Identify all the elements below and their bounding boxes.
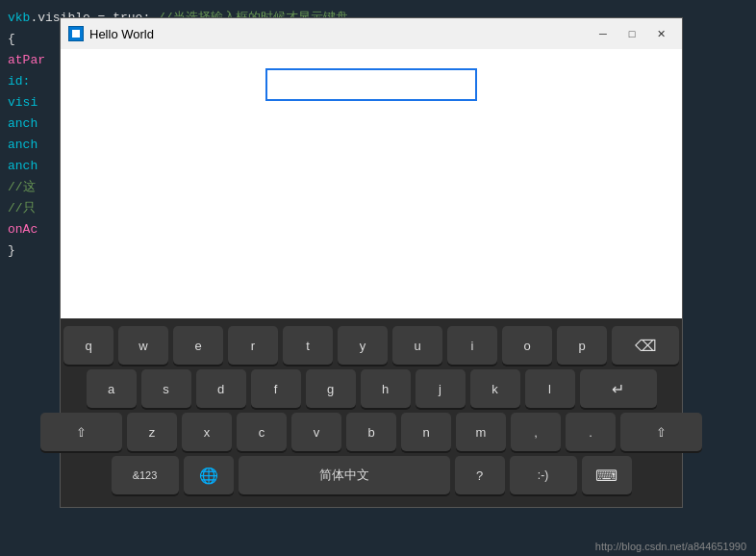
close-button[interactable]: ✕ — [647, 24, 674, 43]
code-text: anch — [8, 135, 38, 156]
key-l[interactable]: l — [525, 369, 575, 408]
key-k[interactable]: k — [470, 369, 520, 408]
window-controls: ─ □ ✕ — [590, 24, 674, 43]
virtual-keyboard: q w e r t y u i o p ⌫ a s d f g h j k l … — [61, 318, 682, 507]
key-f[interactable]: f — [251, 369, 301, 408]
code-text: } — [8, 240, 15, 262]
keyboard-row-1: q w e r t y u i o p ⌫ — [66, 326, 676, 365]
minimize-button[interactable]: ─ — [590, 24, 617, 43]
key-m[interactable]: m — [456, 413, 506, 451]
key-o[interactable]: o — [502, 326, 552, 365]
key-w[interactable]: w — [118, 326, 168, 365]
window-icon-inner — [71, 29, 81, 38]
key-x[interactable]: x — [182, 413, 232, 451]
num-sym-key[interactable]: &123 — [112, 456, 179, 494]
code-text: onAc — [8, 219, 38, 240]
main-text-input[interactable] — [265, 68, 477, 101]
key-j[interactable]: j — [416, 369, 466, 408]
key-n[interactable]: n — [401, 413, 451, 451]
key-z[interactable]: z — [127, 413, 177, 451]
footer-link: http://blog.csdn.net/a844651990 — [595, 541, 746, 552]
key-a[interactable]: a — [87, 369, 137, 408]
code-text: visi — [8, 92, 38, 114]
bottom-bar: http://blog.csdn.net/a844651990 — [0, 537, 756, 556]
code-text: //这 — [8, 177, 36, 198]
key-u[interactable]: u — [392, 326, 442, 365]
key-period[interactable]: . — [566, 413, 616, 451]
window-titlebar: Hello World ─ □ ✕ — [61, 18, 682, 49]
shift-right-key[interactable]: ⇧ — [620, 413, 702, 451]
key-b[interactable]: b — [346, 413, 396, 451]
keyboard-row-3: ⇧ z x c v b n m , . ⇧ — [66, 413, 676, 451]
code-text: anch — [8, 114, 38, 135]
window-title: Hello World — [89, 27, 584, 41]
emoji-key[interactable]: :-) — [510, 456, 577, 494]
window-content — [61, 49, 682, 318]
key-i[interactable]: i — [447, 326, 497, 365]
hello-world-window: Hello World ─ □ ✕ q w e r t y u i o p ⌫ … — [60, 17, 683, 508]
key-h[interactable]: h — [361, 369, 411, 408]
keyboard-row-2: a s d f g h j k l ↵ — [66, 369, 676, 408]
code-text: //只 — [8, 198, 36, 219]
key-g[interactable]: g — [306, 369, 356, 408]
code-text: atPar — [8, 50, 45, 71]
key-p[interactable]: p — [557, 326, 607, 365]
code-text: vkb — [8, 8, 30, 29]
backspace-key[interactable]: ⌫ — [612, 326, 679, 365]
key-y[interactable]: y — [338, 326, 388, 365]
key-v[interactable]: v — [291, 413, 341, 451]
key-c[interactable]: c — [237, 413, 287, 451]
key-s[interactable]: s — [141, 369, 191, 408]
key-q[interactable]: q — [63, 326, 113, 365]
enter-key[interactable]: ↵ — [580, 369, 657, 408]
keyboard-icon-key[interactable]: ⌨ — [582, 456, 632, 494]
maximize-button[interactable]: □ — [618, 24, 645, 43]
window-icon — [68, 26, 84, 41]
question-key[interactable]: ? — [455, 456, 505, 494]
key-comma[interactable]: , — [511, 413, 561, 451]
keyboard-row-4: &123 🌐 简体中文 ? :-) ⌨ — [66, 456, 676, 494]
code-text: anch — [8, 156, 38, 177]
code-text: { — [8, 29, 15, 50]
language-key[interactable]: 🌐 — [184, 456, 234, 494]
key-d[interactable]: d — [196, 369, 246, 408]
key-e[interactable]: e — [173, 326, 223, 365]
space-key[interactable]: 简体中文 — [239, 456, 450, 494]
key-r[interactable]: r — [228, 326, 278, 365]
key-t[interactable]: t — [283, 326, 333, 365]
shift-left-key[interactable]: ⇧ — [40, 413, 122, 451]
code-text: id: — [8, 71, 30, 92]
